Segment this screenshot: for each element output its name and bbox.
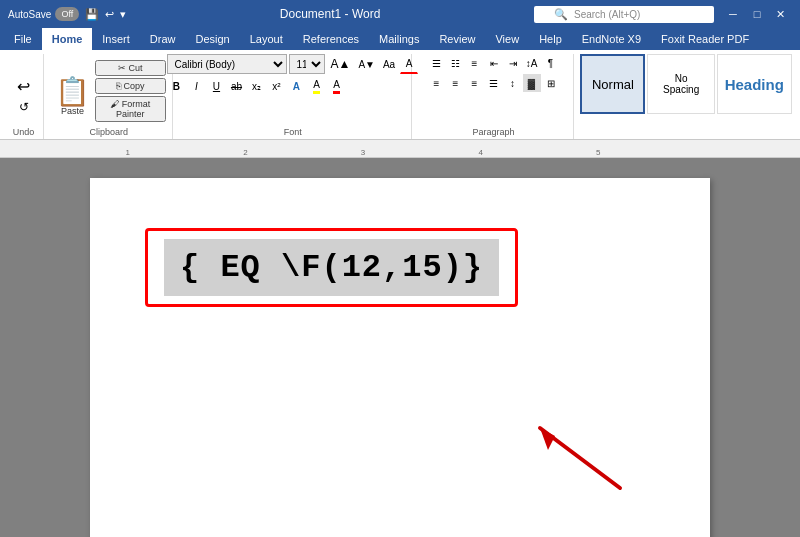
style-heading-label: Heading [725, 76, 784, 93]
show-marks-button[interactable]: ¶ [542, 54, 560, 72]
indent-dec-button[interactable]: ⇤ [485, 54, 503, 72]
dropdown-icon[interactable]: ▾ [120, 8, 126, 21]
align-center-button[interactable]: ≡ [447, 74, 465, 92]
font-group-label: Font [284, 127, 302, 137]
close-button[interactable]: ✕ [770, 4, 792, 24]
format-painter-button[interactable]: 🖌 Format Painter [95, 96, 166, 122]
window-controls: ─ □ ✕ [722, 4, 792, 24]
font-shrink-button[interactable]: A▼ [355, 54, 378, 74]
font-grow-button[interactable]: A▲ [327, 54, 353, 74]
ruler-mark-3: 3 [361, 148, 365, 157]
font-size-select[interactable]: 11 [289, 54, 325, 74]
font-case-button[interactable]: Aa [380, 54, 398, 74]
ruler-mark-1: 1 [126, 148, 130, 157]
tab-foxit[interactable]: Foxit Reader PDF [651, 28, 759, 50]
style-nospace-label: No Spacing [656, 73, 706, 95]
search-icon: 🔍 [554, 8, 568, 21]
undo-group-label: Undo [13, 127, 35, 137]
style-nospace[interactable]: No Spacing [647, 54, 715, 114]
maximize-button[interactable]: □ [746, 4, 768, 24]
tab-draw[interactable]: Draw [140, 28, 186, 50]
style-heading[interactable]: Heading [717, 54, 792, 114]
clipboard-area: 📋 Paste ✂ Cut ⎘ Copy 🖌 Format Painter [52, 54, 166, 137]
title-bar: AutoSave Off 💾 ↩ ▾ Document1 - Word 🔍 Se… [0, 0, 800, 28]
multilevel-button[interactable]: ≡ [466, 54, 484, 72]
undo-icon-title[interactable]: ↩ [105, 8, 114, 21]
tab-references[interactable]: References [293, 28, 369, 50]
indent-inc-button[interactable]: ⇥ [504, 54, 522, 72]
strikethrough-button[interactable]: ab [227, 76, 245, 96]
autosave-state[interactable]: Off [55, 7, 79, 21]
para-row2: ≡ ≡ ≡ ☰ ↕ ▓ ⊞ [428, 74, 560, 92]
shading-button[interactable]: ▓ [523, 74, 541, 92]
tab-mailings[interactable]: Mailings [369, 28, 429, 50]
tab-help[interactable]: Help [529, 28, 572, 50]
numbering-button[interactable]: ☷ [447, 54, 465, 72]
clipboard-right: ✂ Cut ⎘ Copy 🖌 Format Painter [95, 56, 166, 137]
ruler-markings: 1 2 3 4 5 [8, 140, 792, 157]
search-bar[interactable]: 🔍 Search (Alt+Q) [534, 6, 714, 23]
copy-button[interactable]: ⎘ Copy [95, 78, 166, 94]
underline-button[interactable]: U [207, 76, 225, 96]
minimize-button[interactable]: ─ [722, 4, 744, 24]
undo-group: ↩ ↺ Undo [4, 54, 44, 139]
undo-button[interactable]: ↩ [14, 76, 33, 96]
save-icon[interactable]: 💾 [85, 8, 99, 21]
paragraph-group-label: Paragraph [472, 127, 514, 137]
paste-icon: 📋 [55, 78, 90, 106]
paste-label: Paste [61, 106, 84, 116]
tab-home[interactable]: Home [42, 28, 93, 50]
superscript-button[interactable]: x² [267, 76, 285, 96]
clipboard-group-label: Clipboard [90, 127, 129, 137]
font-group-content: Calibri (Body) 11 A▲ A▼ Aa A B I U ab x₂… [167, 54, 418, 96]
ruler: 1 2 3 4 5 [0, 140, 800, 158]
justify-button[interactable]: ☰ [485, 74, 503, 92]
ribbon: ↩ ↺ Undo 📋 Paste ✂ Cut ⎘ Copy 🖌 Format P… [0, 50, 800, 140]
tab-layout[interactable]: Layout [240, 28, 293, 50]
document-area: { EQ \F(12,15)} [0, 158, 800, 537]
tab-design[interactable]: Design [185, 28, 239, 50]
font-name-select[interactable]: Calibri (Body) [167, 54, 287, 74]
styles-group-content: Normal No Spacing Heading [580, 54, 791, 114]
italic-button[interactable]: I [187, 76, 205, 96]
bold-button[interactable]: B [167, 76, 185, 96]
sort-button[interactable]: ↕A [523, 54, 541, 72]
ruler-mark-4: 4 [478, 148, 482, 157]
clipboard-group: 📋 Paste ✂ Cut ⎘ Copy 🖌 Format Painter Cl… [46, 54, 173, 139]
tab-view[interactable]: View [485, 28, 529, 50]
field-code-text: { EQ \F(12,15)} [180, 249, 483, 286]
para-row1: ☰ ☷ ≡ ⇤ ⇥ ↕A ¶ [428, 54, 560, 72]
borders-button[interactable]: ⊞ [542, 74, 560, 92]
font-row2: B I U ab x₂ x² A A A [167, 76, 418, 96]
font-color-button[interactable]: A [327, 76, 345, 96]
para-group-content: ☰ ☷ ≡ ⇤ ⇥ ↕A ¶ ≡ ≡ ≡ ☰ ↕ ▓ ⊞ [428, 54, 560, 92]
align-right-button[interactable]: ≡ [466, 74, 484, 92]
cut-button[interactable]: ✂ Cut [95, 60, 166, 76]
document-page[interactable]: { EQ \F(12,15)} [90, 178, 710, 537]
tab-file[interactable]: File [4, 28, 42, 50]
paragraph-group: ☰ ☷ ≡ ⇤ ⇥ ↕A ¶ ≡ ≡ ≡ ☰ ↕ ▓ ⊞ Paragraph [414, 54, 574, 139]
bullets-button[interactable]: ☰ [428, 54, 446, 72]
style-normal-label: Normal [592, 77, 634, 92]
document-title: Document1 - Word [280, 7, 380, 21]
ruler-mark-5: 5 [596, 148, 600, 157]
tab-insert[interactable]: Insert [92, 28, 140, 50]
align-left-button[interactable]: ≡ [428, 74, 446, 92]
tab-endnote[interactable]: EndNote X9 [572, 28, 651, 50]
highlight-button[interactable]: A [307, 76, 325, 96]
text-effects-button[interactable]: A [287, 76, 305, 96]
line-spacing-button[interactable]: ↕ [504, 74, 522, 92]
paste-button[interactable]: 📋 Paste [52, 56, 93, 137]
tab-review[interactable]: Review [429, 28, 485, 50]
style-normal[interactable]: Normal [580, 54, 645, 114]
search-placeholder: Search (Alt+Q) [574, 9, 640, 20]
redo-button[interactable]: ↺ [15, 97, 33, 117]
font-group: Calibri (Body) 11 A▲ A▼ Aa A B I U ab x₂… [175, 54, 412, 139]
autosave-toggle[interactable]: AutoSave Off [8, 7, 79, 21]
field-code-container: { EQ \F(12,15)} [145, 228, 518, 307]
font-row1: Calibri (Body) 11 A▲ A▼ Aa A [167, 54, 418, 74]
field-code-inner: { EQ \F(12,15)} [164, 239, 499, 296]
undo-group-content: ↩ ↺ [14, 54, 33, 137]
subscript-button[interactable]: x₂ [247, 76, 265, 96]
red-arrow [490, 398, 630, 498]
